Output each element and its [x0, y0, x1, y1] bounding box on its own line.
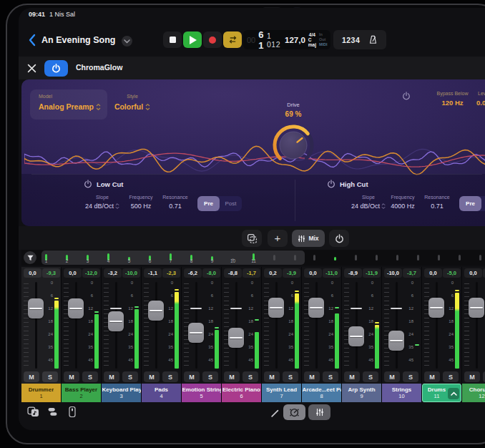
knob-face[interactable]: [280, 132, 307, 159]
fader-handle[interactable]: [348, 326, 364, 346]
mute-button[interactable]: M: [264, 371, 280, 382]
solo-button[interactable]: S: [162, 371, 178, 382]
mix-view-button[interactable]: Mix: [292, 230, 325, 247]
track-label[interactable]: Electric Piano6: [222, 384, 261, 402]
add-track-button[interactable]: +: [268, 230, 288, 247]
controls-view-button[interactable]: [283, 404, 305, 420]
solo-button[interactable]: S: [283, 371, 298, 382]
solo-button[interactable]: S: [42, 371, 58, 382]
fader-db-value[interactable]: 0,0: [304, 268, 322, 278]
high-cut-power-icon[interactable]: [327, 180, 335, 188]
song-dropdown-button[interactable]: [122, 36, 132, 47]
pre-button[interactable]: Pre: [459, 196, 481, 211]
fader-handle[interactable]: [308, 298, 324, 318]
fader-db-value[interactable]: -3,2: [104, 268, 122, 278]
fader-handle[interactable]: [68, 298, 84, 318]
mute-button[interactable]: M: [24, 371, 39, 382]
stack-collapse-button[interactable]: [448, 388, 459, 399]
model-selector[interactable]: Model Analog Preamp: [30, 89, 107, 120]
play-surface-icon[interactable]: [69, 406, 76, 421]
bypass-power-icon[interactable]: [402, 92, 411, 100]
fader-db-value[interactable]: -1,1: [144, 268, 162, 278]
fader-db-value[interactable]: 0,2: [264, 268, 282, 278]
solo-button[interactable]: S: [242, 371, 258, 382]
filter-button[interactable]: [24, 251, 36, 264]
fader-handle[interactable]: [228, 328, 244, 348]
metronome-icon[interactable]: [368, 35, 378, 44]
mute-button[interactable]: M: [184, 371, 200, 382]
mute-button[interactable]: M: [384, 371, 400, 382]
track-label[interactable]: Drums11: [422, 384, 461, 402]
solo-button[interactable]: S: [202, 371, 218, 382]
drive-knob[interactable]: [270, 122, 316, 168]
solo-button[interactable]: S: [122, 371, 138, 382]
fader-db-value[interactable]: -8,9: [344, 268, 362, 278]
fader-handle[interactable]: [469, 298, 484, 318]
lcd-display[interactable]: 00 6 1 1 012 127,0 4/4 C maj In Out MIDI: [243, 30, 330, 49]
channel-overview-ruler[interactable]: 1234567891011: [21, 250, 485, 266]
track-label[interactable]: Emotion Strings5: [182, 384, 221, 402]
track-label[interactable]: Synth Lead7: [262, 384, 301, 402]
low-cut-power-icon[interactable]: [84, 180, 92, 188]
mute-button[interactable]: M: [104, 371, 119, 382]
scale-label: 12: [123, 306, 133, 311]
plugins-stack-icon[interactable]: [47, 406, 58, 420]
track-label[interactable]: Strings10: [382, 384, 421, 402]
solo-button[interactable]: S: [443, 371, 459, 382]
track-label[interactable]: Keyboard Player3: [102, 384, 141, 402]
fader-groove: [315, 282, 318, 369]
song-title[interactable]: An Evening Song: [41, 35, 115, 45]
track-label[interactable]: Arp Synth9: [342, 384, 381, 402]
fader-db-value[interactable]: -6,2: [184, 268, 202, 278]
pencil-edit-icon[interactable]: [270, 408, 280, 421]
mute-button[interactable]: M: [224, 371, 240, 382]
high-cut-resonance[interactable]: Resonance 0.71: [414, 195, 460, 210]
back-chevron-icon[interactable]: [27, 34, 37, 47]
fader-handle[interactable]: [268, 298, 284, 318]
duplicate-button[interactable]: [242, 230, 262, 247]
fader-handle[interactable]: [188, 323, 204, 343]
plugin-power-button[interactable]: [44, 60, 68, 77]
post-button[interactable]: Post: [220, 196, 242, 211]
loop-browser-icon[interactable]: [27, 406, 39, 420]
fader-handle[interactable]: [28, 298, 44, 318]
track-label[interactable]: Bass Player2: [62, 384, 101, 402]
mute-button[interactable]: M: [464, 371, 480, 382]
post-button[interactable]: Post: [481, 196, 485, 211]
fader-db-value[interactable]: -8,8: [224, 268, 242, 278]
cycle-button[interactable]: [223, 31, 242, 48]
mute-button[interactable]: M: [344, 371, 360, 382]
fader-handle[interactable]: [388, 331, 404, 351]
fader-db-value[interactable]: 0,0: [24, 268, 41, 278]
fader-db-value[interactable]: 0,0: [64, 268, 82, 278]
count-in-button[interactable]: 1234: [342, 36, 360, 44]
fader-db-value[interactable]: -10,0: [384, 268, 402, 278]
track-label[interactable]: Chorus V12: [462, 384, 485, 402]
stop-button[interactable]: [163, 31, 182, 48]
fader-handle[interactable]: [108, 311, 124, 331]
level-control[interactable]: Level 0.0: [475, 91, 485, 107]
play-button[interactable]: [183, 31, 202, 48]
low-cut-resonance[interactable]: Resonance 0.71: [152, 195, 198, 210]
mute-button[interactable]: M: [424, 371, 440, 382]
fader-handle[interactable]: [148, 301, 164, 321]
mixer-power-button[interactable]: [329, 230, 349, 247]
track-label[interactable]: Pads4: [142, 384, 181, 402]
track-label[interactable]: Drummer1: [21, 384, 61, 402]
solo-button[interactable]: S: [363, 371, 378, 382]
track-label[interactable]: Arcade...eet Pad8: [302, 384, 341, 402]
mute-button[interactable]: M: [304, 371, 320, 382]
mute-button[interactable]: M: [64, 371, 79, 382]
record-button[interactable]: [203, 31, 222, 48]
solo-button[interactable]: S: [82, 371, 98, 382]
fader-handle[interactable]: [428, 298, 444, 318]
close-plugin-button[interactable]: [27, 63, 37, 73]
solo-button[interactable]: S: [323, 371, 338, 382]
fader-db-value[interactable]: 0,0: [424, 268, 442, 278]
style-selector[interactable]: Style Colorful: [109, 89, 156, 111]
solo-button[interactable]: S: [403, 371, 418, 382]
mute-button[interactable]: M: [144, 371, 160, 382]
fader-db-value[interactable]: 0,0: [464, 268, 482, 278]
pre-button[interactable]: Pre: [197, 196, 220, 211]
faders-view-button[interactable]: [308, 404, 330, 420]
